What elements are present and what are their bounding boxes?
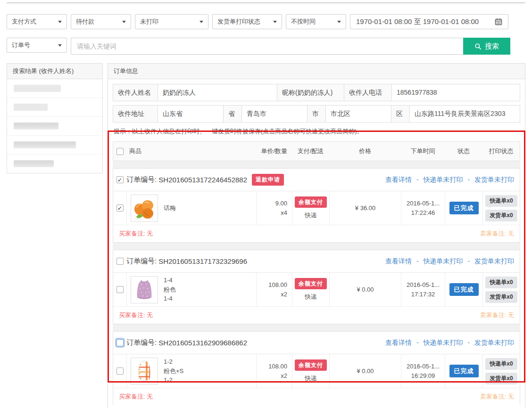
view-detail-link[interactable]: 查看详情	[385, 339, 412, 346]
delivery-method: 快递	[305, 211, 317, 220]
express-sheet-count-button[interactable]: 快递单x0	[485, 358, 517, 370]
save-tip: 提示：以上收件人信息在打印时、一键发货时将被保存(点击商品名称可快速更改商品简称…	[114, 127, 520, 136]
order-no-prefix: 订单编号:	[126, 338, 157, 347]
order-print-page: 支付方式 待付款 未打印 发货单打印状态 不按时间 1970-01-01 08:…	[0, 0, 532, 408]
divider-band	[113, 243, 520, 250]
quantity: x2	[281, 290, 287, 299]
chevron-down-icon	[200, 21, 203, 23]
select-all-checkbox[interactable]	[116, 148, 124, 155]
filter-shipping-print-status[interactable]: 发货单打印状态	[212, 14, 282, 29]
express-not-printed-link[interactable]: 快递单未打印	[424, 176, 463, 183]
divider-band	[113, 324, 520, 331]
phone-field[interactable]: 18561977838	[391, 84, 520, 101]
col-price: 价格	[329, 147, 401, 155]
shipping-sheet-count-button[interactable]: 发货单x0	[485, 373, 517, 384]
list-item[interactable]	[7, 136, 102, 155]
buyer-note-label: 买家备注:	[119, 311, 145, 318]
view-detail-link[interactable]: 查看详情	[385, 176, 412, 183]
product-image	[131, 195, 158, 222]
list-item[interactable]	[7, 155, 102, 173]
col-product: 商品	[126, 147, 256, 155]
seller-note-value: 无	[508, 393, 514, 400]
view-detail-link[interactable]: 查看详情	[385, 257, 412, 265]
filter-pending-payment[interactable]: 待付款	[71, 14, 131, 29]
date-range-picker[interactable]: 1970-01-01 08:00 至 1970-01-01 08:00	[350, 14, 508, 29]
recipient-name-label: 收件人姓名	[113, 84, 158, 101]
status-badge: 已完成	[449, 365, 479, 378]
seller-note-value: 无	[508, 311, 514, 318]
chevron-down-icon	[337, 21, 341, 23]
express-not-printed-link[interactable]: 快递单未打印	[424, 339, 463, 346]
filter-time[interactable]: 不按时间	[286, 14, 346, 29]
unit-price: 108.00	[268, 362, 287, 371]
order-checkbox[interactable]	[116, 258, 124, 265]
shipping-not-printed-link[interactable]: 发货单未打印	[474, 339, 514, 346]
search-results-panel: 搜索结果 (收件人姓名)	[7, 63, 103, 173]
search-icon	[474, 43, 482, 50]
status-badge: 已完成	[449, 283, 479, 296]
col-order-time: 下单时间	[401, 147, 445, 155]
shipping-sheet-count-button[interactable]: 发货单x0	[485, 291, 517, 303]
address-label: 收件地址	[113, 105, 158, 122]
product-name[interactable]: 话梅	[164, 204, 176, 213]
shipping-not-printed-link[interactable]: 发货单未打印	[474, 176, 514, 183]
search-input[interactable]	[71, 38, 463, 55]
delivery-method: 快递	[305, 292, 317, 302]
product-checkbox[interactable]	[116, 367, 124, 375]
recipient-name-field[interactable]: 奶奶的冻人	[158, 84, 277, 101]
list-item[interactable]	[7, 117, 102, 136]
remarks-row: 买家备注: 无 卖家备注: 无	[113, 307, 520, 324]
pink-dress-product-image	[132, 277, 157, 302]
shipping-sheet-count-button[interactable]: 发货单x0	[485, 210, 517, 221]
list-item[interactable]	[7, 98, 102, 117]
city-field[interactable]: 青岛市	[241, 105, 308, 122]
price: ¥ 0.00	[329, 354, 401, 388]
list-item[interactable]	[7, 79, 102, 98]
link-separator: -	[467, 257, 470, 265]
province-label: 省	[223, 105, 242, 122]
status-badge: 已完成	[449, 202, 479, 215]
filter-not-printed[interactable]: 未打印	[135, 14, 208, 29]
buyer-note-value: 无	[147, 230, 153, 237]
order-block: 订单编号: SH20160513171732329696 查看详情 - 快递单未…	[113, 250, 520, 324]
street-field[interactable]: 山东路111号良辰美景南区2303	[409, 105, 520, 122]
refund-request-badge: 退款申请	[252, 174, 284, 186]
province-field[interactable]: 山东省	[158, 105, 224, 122]
chevron-down-icon	[122, 21, 126, 23]
product-image	[131, 276, 158, 303]
order-links: 查看详情 - 快递单未打印 - 发货单未打印	[385, 257, 514, 266]
order-checkbox[interactable]	[116, 339, 124, 346]
product-checkbox[interactable]	[116, 204, 124, 212]
order-date: 2016-05-1...	[407, 199, 440, 208]
filter-pending-payment-label: 待付款	[76, 17, 94, 26]
orders-table-header: 商品 单价/数量 支付/配送 价格 下单时间 状态 打印状态	[113, 141, 520, 161]
express-not-printed-link[interactable]: 快递单未打印	[424, 257, 463, 265]
district-field[interactable]: 市北区	[325, 105, 391, 122]
product-name[interactable]: 1-4 粉色 1-4	[164, 276, 176, 303]
search-type-select[interactable]: 订单号	[7, 38, 67, 53]
order-info-body: 收件人姓名 奶奶的冻人 昵称(奶奶的冻人) 收件人电话 18561977838 …	[108, 79, 525, 408]
quantity: x4	[281, 208, 287, 218]
express-sheet-count-button[interactable]: 快递单x0	[485, 195, 517, 207]
order-no-prefix: 订单编号:	[126, 257, 157, 266]
express-sheet-count-button[interactable]: 快递单x0	[485, 277, 517, 288]
order-time: 16:29:09	[411, 371, 435, 381]
product-name[interactable]: 1-2 粉色+S 1-2	[164, 357, 183, 385]
price: ¥ 0.00	[329, 273, 401, 306]
search-bar: 订单号 搜索	[7, 38, 510, 55]
filter-payment-method[interactable]: 支付方式	[7, 14, 67, 29]
divider-band	[113, 161, 520, 168]
product-checkbox[interactable]	[116, 286, 124, 293]
buyer-note-label: 买家备注:	[119, 230, 145, 237]
chevron-down-icon	[58, 44, 62, 47]
product-name-line: 粉色	[164, 285, 176, 294]
order-date: 2016-05-1...	[407, 280, 440, 290]
remarks-row: 买家备注: 无 卖家备注: 无	[113, 388, 520, 405]
product-row: 1-4 粉色 1-4 108.00 x2 余额支付 快递	[113, 273, 520, 307]
order-checkbox[interactable]	[116, 176, 124, 183]
shipping-not-printed-link[interactable]: 发货单未打印	[474, 257, 514, 265]
search-button[interactable]: 搜索	[463, 38, 510, 55]
seller-note-label: 卖家备注:	[480, 311, 507, 318]
date-range-value: 1970-01-01 08:00 至 1970-01-01 08:00	[356, 17, 479, 26]
order-header: 订单编号: SH20160513162909686862 查看详情 - 快递单未…	[113, 332, 520, 354]
